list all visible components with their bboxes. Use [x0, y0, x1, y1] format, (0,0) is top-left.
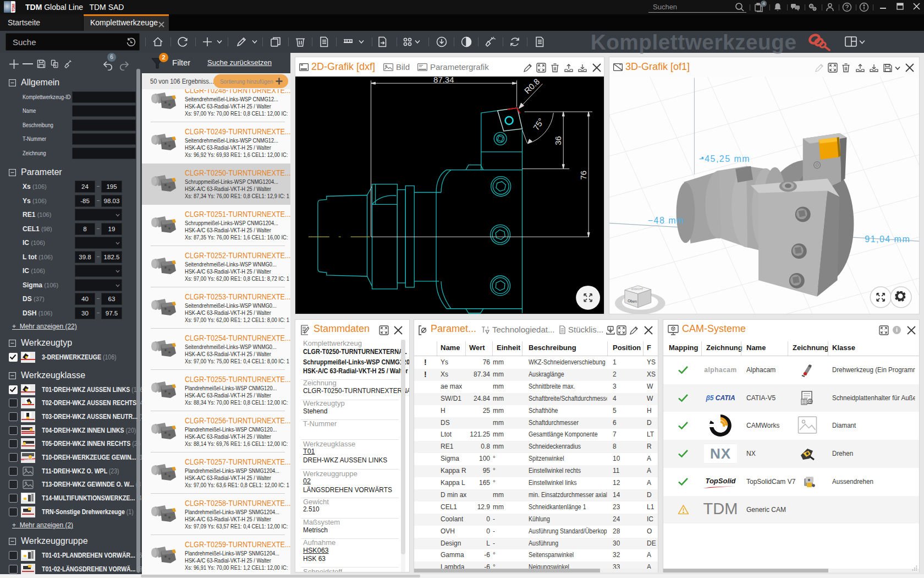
svg-text:−45,25 mm: −45,25 mm	[698, 154, 750, 163]
svg-text:75°: 75°	[531, 116, 546, 132]
svg-text:ANSICHT: ANSICHT	[631, 287, 644, 291]
svg-text:−48 mm: −48 mm	[648, 216, 685, 225]
svg-text:87.34: 87.34	[433, 77, 454, 84]
svg-text:R0.8: R0.8	[522, 77, 542, 95]
svg-text:TDM: TDM	[12, 4, 15, 12]
svg-text:91,04 mm: 91,04 mm	[865, 235, 910, 244]
svg-text:Oben: Oben	[628, 299, 637, 303]
svg-text:76: 76	[579, 171, 588, 180]
svg-text:36: 36	[553, 136, 563, 145]
